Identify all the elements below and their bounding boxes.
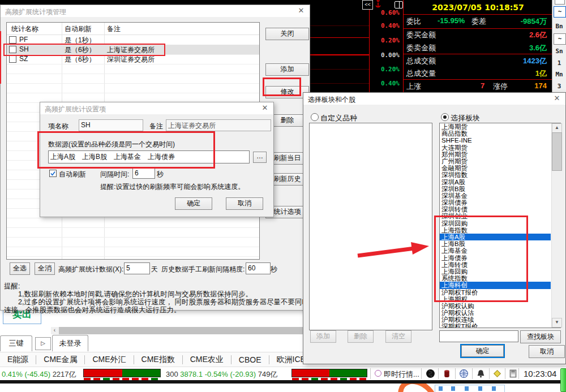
board-item[interactable]: 上海期货 bbox=[440, 123, 551, 130]
browse-button[interactable]: … bbox=[253, 152, 267, 163]
find-board-button[interactable]: 查找板块 bbox=[520, 330, 561, 343]
board-item[interactable]: 系统指数 bbox=[440, 275, 551, 282]
board-search-input[interactable] bbox=[439, 330, 518, 342]
item-name-input[interactable]: SH bbox=[79, 119, 143, 131]
horizontal-scrollbar[interactable]: ‹ bbox=[51, 327, 303, 334]
table-row[interactable]: SZ是（6秒）深圳证券交易所 bbox=[7, 54, 259, 64]
row-checkbox[interactable] bbox=[9, 36, 16, 44]
board-item[interactable]: 上海科创 bbox=[440, 282, 551, 288]
board-scrollbar[interactable]: ▲ ▼ bbox=[551, 123, 561, 328]
data-source-input[interactable]: 上海A股 上海B股 上海基金 上海债券 bbox=[48, 150, 250, 163]
board-item[interactable]: 上海债券 bbox=[440, 255, 551, 261]
clear-all-button[interactable]: 全消 bbox=[35, 262, 55, 275]
board-item[interactable]: 沪期权认购 bbox=[440, 303, 551, 309]
board-item[interactable]: 广州期货 bbox=[440, 158, 551, 165]
custom-items-radio[interactable] bbox=[311, 113, 319, 121]
market-tab[interactable]: CME金属 bbox=[36, 355, 84, 365]
board-item[interactable]: 上海指数 bbox=[440, 227, 551, 234]
board-item[interactable]: 深圳指数 bbox=[440, 171, 551, 178]
board-item[interactable]: 深圳B股 bbox=[440, 186, 551, 192]
collapse-panel-button[interactable]: << bbox=[362, 0, 373, 10]
board-item[interactable]: 郑州期货 bbox=[440, 151, 551, 158]
anchor-icon[interactable] bbox=[374, 0, 383, 9]
board-item[interactable]: 上海期权 bbox=[440, 296, 551, 303]
python-icon[interactable] bbox=[426, 369, 435, 378]
row-checkbox[interactable] bbox=[9, 55, 16, 63]
scrollbar-thumb[interactable] bbox=[552, 132, 562, 171]
row-checkbox[interactable] bbox=[9, 46, 16, 53]
scroll-up-icon[interactable]: ▲ bbox=[552, 123, 562, 133]
market-tab[interactable]: 欧洲ICE bbox=[269, 355, 303, 365]
market-tab[interactable]: E能源 bbox=[0, 355, 36, 365]
toolbar-button-partial[interactable] bbox=[555, 0, 565, 5]
board-item[interactable]: 深期权T报价 bbox=[440, 323, 551, 328]
ok-button[interactable]: 确定 bbox=[175, 197, 212, 210]
bell-icon[interactable] bbox=[476, 369, 486, 378]
board-item[interactable]: 深圳转债 bbox=[440, 206, 551, 213]
board-item[interactable]: 深圳A股 bbox=[440, 179, 551, 186]
auto-refresh-checkbox[interactable] bbox=[49, 170, 57, 177]
ok-button[interactable]: 确定 bbox=[461, 345, 504, 357]
board-item[interactable]: 金融期货 bbox=[440, 165, 551, 171]
board-item[interactable]: 上海转债 bbox=[440, 261, 551, 268]
dialog-titlebar[interactable]: 高频扩展统计设置项 ✕ bbox=[40, 102, 273, 114]
cancel-button[interactable]: 取消 bbox=[529, 345, 565, 358]
cancel-button[interactable]: 取消 bbox=[226, 197, 263, 210]
tab-sanjian[interactable]: 三键 bbox=[0, 335, 32, 351]
dialog-titlebar[interactable]: 高频扩展统计项管理 ✕ bbox=[1, 5, 310, 17]
toolbar-button[interactable]: 3 bbox=[554, 83, 565, 90]
side-button-1[interactable]: 关闭 bbox=[265, 28, 309, 40]
toolbar-button[interactable]: 1 bbox=[554, 59, 565, 67]
note-input[interactable]: 上海证券交易所 bbox=[166, 119, 271, 131]
close-icon[interactable]: ✕ bbox=[297, 6, 306, 15]
interval-input[interactable]: 6 bbox=[132, 167, 155, 179]
table-row[interactable]: SH是（6秒）上海证券交易所 bbox=[7, 45, 259, 55]
board-item[interactable]: 深圳基金 bbox=[440, 192, 551, 199]
split-window-icon[interactable] bbox=[395, 1, 403, 8]
tag-icon[interactable] bbox=[492, 369, 502, 378]
board-item[interactable]: SHFE-INE bbox=[440, 137, 551, 144]
board-item[interactable]: 深圳债券 bbox=[440, 199, 551, 206]
toolbar-button[interactable]: Sn bbox=[554, 48, 565, 55]
toolbar-button[interactable]: Bn bbox=[554, 23, 565, 30]
refresh-precision-input[interactable]: 60 bbox=[246, 262, 271, 274]
toolbar-button[interactable]: Mn bbox=[554, 71, 565, 78]
expand-tabs-button[interactable]: ▷ bbox=[35, 337, 51, 350]
close-icon[interactable]: ✕ bbox=[552, 94, 561, 103]
tab-not-logged-in[interactable]: 未登录 bbox=[52, 335, 88, 351]
market-tab[interactable]: CBOE bbox=[231, 355, 269, 364]
scrollbar-thumb[interactable] bbox=[59, 327, 303, 334]
vertical-scrollbar-thumb[interactable] bbox=[560, 368, 566, 392]
database-icon[interactable] bbox=[442, 369, 452, 378]
board-item[interactable]: 商品指数 bbox=[440, 130, 551, 137]
table-row[interactable]: PF是（1秒） bbox=[7, 35, 259, 45]
quote-mode-button[interactable]: 即时行情... bbox=[375, 369, 419, 380]
board-item[interactable]: 上海B股 bbox=[440, 240, 551, 247]
toolbar-button[interactable]: ~ bbox=[554, 6, 566, 18]
clear-button[interactable]: 清空 bbox=[385, 330, 411, 343]
disk-icon[interactable] bbox=[508, 369, 518, 378]
scroll-left-arrow-icon[interactable]: ‹ bbox=[51, 327, 58, 334]
board-item[interactable]: 大连期货 bbox=[440, 144, 551, 151]
toolbar-button[interactable]: ~ bbox=[554, 33, 566, 45]
select-all-button[interactable]: 全选 bbox=[10, 262, 30, 275]
stat-days-input[interactable]: 5 bbox=[124, 262, 150, 274]
board-item[interactable]: 深圳创业 bbox=[440, 213, 551, 219]
scroll-down-icon[interactable]: ▼ bbox=[552, 318, 562, 328]
board-item[interactable]: 沪期权认沽 bbox=[440, 309, 551, 316]
delete-button[interactable]: 删除 bbox=[348, 330, 374, 343]
board-item[interactable]: 上海A股 bbox=[440, 234, 551, 240]
market-tab[interactable]: CME农业 bbox=[183, 355, 231, 365]
board-item[interactable]: 深圳回购 bbox=[440, 220, 551, 227]
board-item[interactable]: 沪期权T报价 bbox=[440, 289, 551, 296]
market-tab[interactable]: CME指数 bbox=[134, 355, 182, 365]
select-board-radio[interactable] bbox=[441, 113, 449, 121]
globe-icon[interactable] bbox=[459, 369, 469, 378]
custom-items-listbox[interactable] bbox=[309, 123, 432, 330]
close-icon[interactable]: ✕ bbox=[260, 104, 269, 113]
add-button[interactable]: 添加 bbox=[310, 330, 336, 343]
side-button-2[interactable]: 添加 bbox=[265, 63, 309, 76]
market-tab[interactable]: CME外汇 bbox=[85, 355, 133, 365]
dialog-titlebar[interactable]: 选择板块和个股 ✕ bbox=[303, 93, 565, 105]
board-item[interactable]: 上海基金 bbox=[440, 247, 551, 254]
